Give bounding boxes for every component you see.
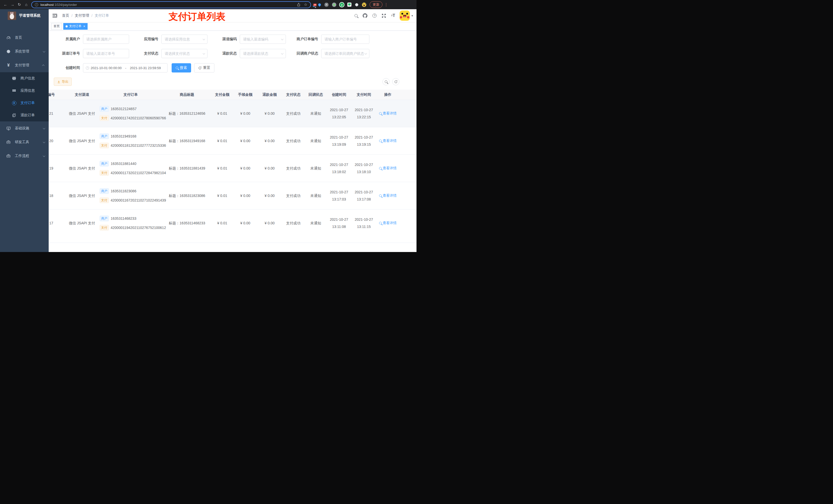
export-button[interactable]: 导出 <box>54 78 72 86</box>
channel-code-select[interactable] <box>240 34 286 44</box>
notify-status-select[interactable] <box>321 49 370 58</box>
reset-button[interactable]: 重置 <box>194 63 214 72</box>
cell-pay-order: 商户1635312124657支付42000011742021102780605… <box>99 106 163 121</box>
sidebar-item-dev-tools[interactable]: 研发工具 <box>0 135 49 149</box>
notify-status-input[interactable] <box>325 51 366 55</box>
sidebar-submenu-pay: 商户信息应用信息¥支付订单退款订单 <box>0 72 49 121</box>
view-detail-link[interactable]: 查看详情 <box>376 166 399 171</box>
breadcrumb-item[interactable]: 支付管理 <box>75 13 89 18</box>
share-icon[interactable] <box>297 3 301 7</box>
sidebar-item-pay-order[interactable]: ¥支付订单 <box>0 97 49 109</box>
extension-pin-icon[interactable] <box>318 3 322 7</box>
browser-menu-icon[interactable]: ⋮ <box>384 2 388 7</box>
merchant-order-no-input[interactable] <box>325 37 366 41</box>
sidebar-item-workflow[interactable]: 工作流程 <box>0 149 49 163</box>
sidebar-item-infra[interactable]: 基础设施 <box>0 121 49 135</box>
filter-create-time: 创建时间 2021-10-01 00:00:00 - 2021-10-31 23… <box>54 63 168 72</box>
merchant-select[interactable] <box>83 34 129 44</box>
logo[interactable]: 芋道管理系统 <box>0 9 49 22</box>
tab-home[interactable]: 首页 <box>51 23 62 30</box>
monitor-icon <box>6 126 11 130</box>
app-select[interactable] <box>161 34 208 44</box>
browser-reload-icon[interactable]: ↻ <box>16 0 23 9</box>
column-header: 操作 <box>376 93 399 97</box>
close-icon[interactable]: × <box>83 25 85 28</box>
url-text[interactable]: localhost:1024/pay/order <box>41 3 77 7</box>
filter-merchant: 所属商户 <box>54 34 129 44</box>
extension-command-icon[interactable]: ⌘ <box>324 3 329 7</box>
order-line: 商户1635311823086 <box>100 188 136 194</box>
merchant-tag: 商户 <box>100 216 109 221</box>
sidebar-item-refund-order[interactable]: 退款订单 <box>0 109 49 121</box>
filter-create-time-label: 创建时间 <box>54 66 83 70</box>
sidebar-item-app-info[interactable]: 应用信息 <box>0 85 49 97</box>
browser-forward-icon[interactable]: → <box>9 0 16 9</box>
filter-row-1: 所属商户 应用编号 渠道编码 <box>54 34 411 44</box>
caret-down-icon[interactable]: ▾ <box>411 14 413 18</box>
channel-order-no-input[interactable] <box>86 51 126 55</box>
main: 首页/支付管理/支付订单 ? TT ▾ 支付订单列表 首页支付订 <box>49 9 416 252</box>
pay-status-input[interactable] <box>165 51 204 55</box>
app-input[interactable] <box>165 37 204 41</box>
sidebar-item-system[interactable]: 系统管理 <box>0 45 49 58</box>
hamburger-icon[interactable] <box>49 14 61 17</box>
sidebar-item-merchant-info[interactable]: 商户信息 <box>0 72 49 85</box>
refund-status-select[interactable] <box>240 49 286 58</box>
github-icon[interactable] <box>360 9 370 22</box>
order-line: 商户1635311468233 <box>100 216 136 221</box>
extension-chat-icon[interactable] <box>347 3 352 7</box>
table-row: 18微信 JSAPI 支付商户1635311823086支付4200001167… <box>49 182 416 210</box>
filter-row-2: 渠道订单号 支付状态 退款状态 <box>54 49 411 58</box>
pay-status-select[interactable] <box>161 49 208 58</box>
view-detail-link[interactable]: 查看详情 <box>376 138 399 143</box>
cell-pay-amount: ¥ 0.01 <box>211 111 233 116</box>
refund-status-input[interactable] <box>243 51 283 55</box>
column-header: 退款金额 <box>257 93 282 97</box>
browser-home-icon[interactable]: ⌂ <box>23 0 30 9</box>
avatar[interactable] <box>400 10 410 21</box>
order-line: 商户1635312124657 <box>100 106 137 112</box>
extension-y-icon[interactable]: y <box>340 3 344 7</box>
address-bar[interactable]: i localhost:1024/pay/order ☆ <box>31 1 311 8</box>
cell-fee-amount: ¥ 0.00 <box>233 193 257 198</box>
extension-record-icon[interactable] <box>332 3 336 7</box>
sidebar-item-pay[interactable]: ¥支付管理 <box>0 58 49 72</box>
toggle-search-button[interactable] <box>382 78 389 85</box>
table-body: 21微信 JSAPI 支付商户1635312124657支付4200001174… <box>49 100 416 252</box>
breadcrumb-item[interactable]: 首页 <box>62 13 69 18</box>
search-icon[interactable] <box>352 9 360 22</box>
site-info-icon[interactable]: i <box>35 3 38 6</box>
search-button[interactable]: 搜索 <box>172 63 191 72</box>
view-detail-link[interactable]: 查看详情 <box>376 193 399 198</box>
column-header: 手续金额 <box>233 93 257 97</box>
channel-order-no-field[interactable] <box>83 49 129 58</box>
logo-title: 芋道管理系统 <box>19 13 41 18</box>
merchant-order-no-field[interactable] <box>321 34 370 44</box>
fullscreen-icon[interactable] <box>379 9 388 22</box>
refresh-table-button[interactable] <box>392 78 399 85</box>
documents-icon <box>11 113 17 117</box>
logo-avatar <box>8 11 16 20</box>
sidebar-item-label: 首页 <box>15 35 22 40</box>
bookmark-star-icon[interactable]: ☆ <box>304 2 307 7</box>
docs-icon[interactable]: ? <box>370 9 379 22</box>
channel-code-input[interactable] <box>243 37 283 41</box>
font-size-icon[interactable]: TT <box>388 9 398 22</box>
view-detail-link[interactable]: 查看详情 <box>376 111 399 116</box>
tab-pay-order[interactable]: 支付订单× <box>63 23 88 30</box>
date-start[interactable]: 2021-10-01 00:00:00 <box>91 66 122 70</box>
date-range-picker[interactable]: 2021-10-01 00:00:00 - 2021-10-31 23:59:5… <box>83 63 168 72</box>
browser-update-button[interactable]: 更新 <box>370 1 382 8</box>
view-detail-link[interactable]: 查看详情 <box>376 220 399 225</box>
date-separator: - <box>125 66 126 70</box>
merchant-input[interactable] <box>86 37 126 41</box>
date-end[interactable]: 2021-10-31 23:59:59 <box>130 66 161 70</box>
cell-fee-amount: ¥ 0.00 <box>233 138 257 144</box>
extension-puzzle-icon[interactable] <box>355 3 359 7</box>
sidebar-item-home[interactable]: 首页 <box>0 31 49 45</box>
extension-emoji-icon[interactable] <box>362 3 366 7</box>
orders-table: 编号支付渠道支付订单商品标题支付金额手续金额退款金额支付状态回调状态创建时间支付… <box>49 90 416 252</box>
pay-tag: 支付 <box>100 170 109 176</box>
filter-app: 应用编号 <box>132 34 208 44</box>
browser-back-icon[interactable]: ← <box>2 0 9 9</box>
